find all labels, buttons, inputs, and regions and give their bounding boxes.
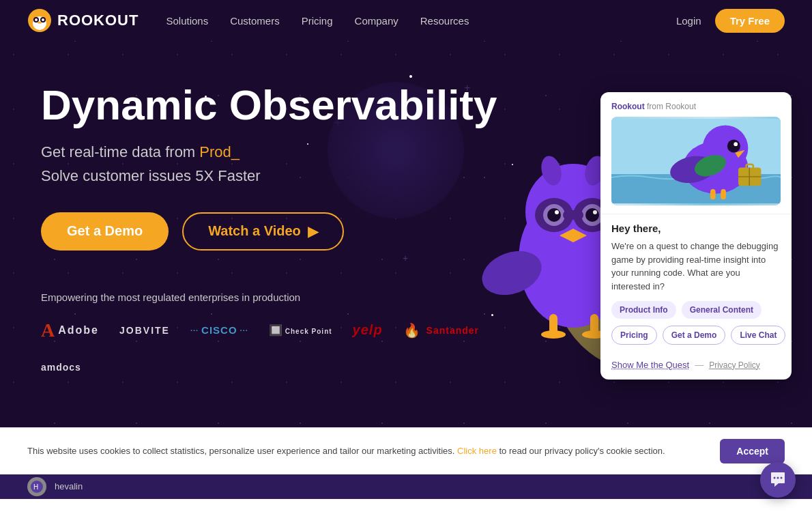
nav-right: Login Try Free (676, 9, 785, 33)
svg-point-45 (777, 477, 779, 479)
chat-get-demo-button[interactable]: Get a Demo (663, 326, 726, 345)
svg-point-33 (734, 142, 738, 146)
nav-pricing[interactable]: Pricing (302, 15, 333, 27)
logo-adobe: A Adobe (41, 319, 99, 341)
chat-from-source: from Rookout (647, 102, 696, 111)
svg-point-44 (774, 477, 776, 479)
nav-solutions[interactable]: Solutions (166, 15, 208, 27)
chat-greeting: Hey there, (611, 223, 781, 234)
svg-rect-40 (710, 189, 716, 199)
checkpoint-label: 🔲Check Point (269, 324, 332, 337)
chat-show-quest: Show Me the Quest — Privacy Policy (600, 354, 792, 380)
santander-label: Santander (426, 325, 479, 336)
chat-pricing-button[interactable]: Pricing (611, 326, 657, 345)
logo-santander: 🔥 Santander (403, 322, 479, 339)
nav-customers[interactable]: Customers (230, 15, 280, 27)
rookout-logo-icon (27, 8, 52, 33)
cookie-link[interactable]: Click here (457, 446, 497, 456)
checkpoint-icon: 🔲 (269, 324, 283, 336)
chat-image (611, 117, 781, 205)
svg-point-17 (593, 210, 597, 214)
chat-bubble-button[interactable] (760, 462, 796, 498)
svg-rect-41 (721, 189, 726, 199)
santander-flame: 🔥 (403, 322, 421, 339)
get-demo-button[interactable]: Get a Demo (41, 212, 169, 251)
yelp-label: yelp (353, 322, 383, 338)
svg-point-23 (541, 330, 566, 339)
show-quest-link[interactable]: Show Me the Quest (611, 360, 689, 370)
svg-point-14 (547, 208, 561, 222)
logo-jobvite: JOBVITE (119, 325, 170, 336)
hero-section: + + + (0, 41, 812, 427)
chat-bird-svg (611, 117, 781, 205)
nav-resources[interactable]: Resources (420, 15, 469, 27)
chat-widget: Rookout from Rookout (600, 92, 792, 380)
cisco-dots2: ··· (240, 326, 248, 334)
video-icon: ▶ (308, 223, 318, 240)
cisco-dots: ··· (190, 326, 199, 334)
logo[interactable]: ROOKOUT (27, 8, 139, 33)
hero-subtitle: Get real-time data from Prod_ (41, 142, 519, 163)
chat-general-content-button[interactable]: General Content (682, 301, 762, 319)
cookie-text: This website uses cookies to collect sta… (27, 446, 699, 456)
hevalin-logo-svg: H (30, 480, 44, 494)
amdocs-label: amdocs (41, 362, 81, 373)
chat-bubble-icon (769, 471, 787, 489)
hero-logos: A Adobe JOBVITE ··· CISCO ··· 🔲Check Poi… (41, 319, 519, 373)
logo-cisco: ··· CISCO ··· (190, 324, 248, 336)
logo-checkpoint: 🔲Check Point (269, 324, 332, 337)
hero-subtitle2: Solve customer issues 5X Faster (41, 167, 519, 185)
logo-yelp: yelp (353, 322, 383, 338)
hero-subtitle-highlight: Prod_ (199, 143, 240, 160)
bottom-bar-label: hevalin (55, 481, 83, 491)
adobe-a-icon: A (41, 319, 55, 341)
chat-action-buttons: Product Info General Content (600, 301, 792, 326)
chat-brand: Rookout (611, 102, 645, 111)
chat-from-label: Rookout from Rookout (611, 102, 781, 111)
chat-product-info-button[interactable]: Product Info (611, 301, 676, 319)
hero-empowering: Empowering the most regulated enterprise… (41, 291, 519, 303)
svg-point-16 (555, 210, 559, 214)
hero-title: Dynamic Observability (41, 82, 519, 128)
watch-video-button[interactable]: Watch a Video ▶ (182, 212, 344, 251)
svg-point-6 (38, 22, 42, 24)
svg-rect-18 (563, 210, 583, 220)
svg-point-46 (781, 477, 783, 479)
cookie-bar: This website uses cookies to collect sta… (0, 427, 812, 474)
chat-quick-buttons: Pricing Get a Demo Live Chat (600, 326, 792, 354)
svg-point-32 (727, 140, 740, 153)
cookie-suffix: to read our privacy policy's cookie sect… (499, 446, 665, 456)
svg-point-15 (585, 208, 599, 222)
cookie-message: This website uses cookies to collect sta… (27, 446, 454, 456)
privacy-policy-link[interactable]: Privacy Policy (709, 360, 760, 370)
nav-links: Solutions Customers Pricing Company Reso… (166, 15, 676, 27)
try-free-button[interactable]: Try Free (715, 9, 785, 33)
svg-point-5 (42, 18, 44, 21)
login-link[interactable]: Login (676, 15, 701, 27)
navbar: ROOKOUT Solutions Customers Pricing Comp… (0, 0, 812, 41)
svg-point-4 (35, 18, 38, 21)
watch-video-label: Watch a Video (208, 223, 301, 239)
svg-text:H: H (33, 483, 38, 491)
chat-message: We're on a quest to change the debugging… (611, 240, 781, 293)
hevalin-icon: H (27, 477, 46, 496)
hero-subtitle-static: Get real-time data from (41, 143, 195, 160)
accept-cookies-button[interactable]: Accept (720, 439, 785, 463)
chat-live-chat-button[interactable]: Live Chat (731, 326, 785, 345)
bottom-bar: H hevalin (0, 474, 812, 499)
logo-amdocs: amdocs (41, 362, 81, 373)
adobe-label: Adobe (58, 324, 99, 337)
nav-company[interactable]: Company (355, 15, 398, 27)
chat-body: Hey there, We're on a quest to change th… (600, 214, 792, 301)
star-decor (409, 75, 412, 78)
hero-content: Dynamic Observability Get real-time data… (41, 82, 519, 373)
chat-dash: — (695, 360, 704, 370)
cisco-label: CISCO (201, 324, 237, 336)
hero-buttons: Get a Demo Watch a Video ▶ (41, 212, 519, 251)
jobvite-label: JOBVITE (119, 325, 170, 336)
brand-name: ROOKOUT (57, 12, 139, 29)
chat-header: Rookout from Rookout (600, 92, 792, 214)
